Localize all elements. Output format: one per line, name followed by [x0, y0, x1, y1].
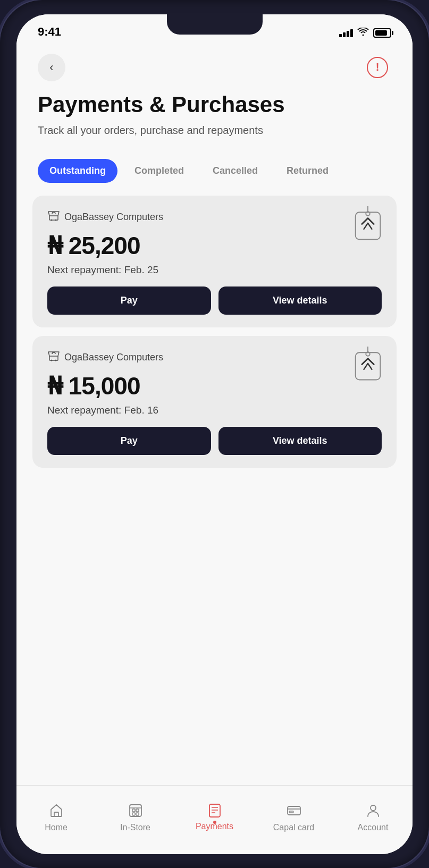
filter-tabs: Outstanding Completed Cancelled Returned — [16, 154, 413, 196]
svg-point-3 — [51, 219, 53, 221]
page-title: Payments & Purchases — [38, 92, 391, 117]
nav-item-home[interactable]: Home — [32, 802, 80, 832]
nav-label-account: Account — [358, 823, 389, 832]
tab-outstanding[interactable]: Outstanding — [38, 159, 117, 183]
account-icon — [364, 802, 382, 820]
tab-cancelled[interactable]: Cancelled — [201, 159, 270, 183]
tab-returned[interactable]: Returned — [275, 159, 340, 183]
payment-amount-1: ₦ 25,200 — [47, 231, 382, 260]
merchant-icon-2 — [47, 351, 60, 364]
svg-rect-21 — [288, 806, 300, 815]
payment-amount-2: ₦ 15,000 — [47, 372, 382, 400]
merchant-info-1: OgaBassey Computers — [47, 210, 382, 224]
pay-button-2[interactable]: Pay — [47, 427, 211, 455]
payment-card-2: OgaBassey Computers ₦ 15,000 Next repaym… — [32, 336, 397, 468]
alert-button[interactable]: ! — [364, 54, 391, 81]
nav-item-instore[interactable]: In-Store — [112, 802, 159, 832]
svg-point-8 — [51, 359, 53, 361]
page-subtitle: Track all your orders, purchase and repa… — [38, 123, 391, 138]
svg-rect-11 — [130, 805, 141, 816]
status-time: 9:41 — [38, 25, 61, 39]
nav-item-payments[interactable]: Payments — [191, 803, 239, 831]
payments-active-dot — [213, 821, 216, 824]
card-actions-1: Pay View details — [47, 286, 382, 315]
alert-icon: ! — [367, 57, 388, 78]
svg-rect-1 — [356, 212, 381, 239]
view-details-button-1[interactable]: View details — [218, 286, 382, 315]
main-content: ‹ ! Payments & Purchases Track all your … — [16, 43, 413, 785]
svg-rect-10 — [54, 812, 58, 816]
tab-completed[interactable]: Completed — [123, 159, 196, 183]
svg-rect-6 — [356, 352, 381, 380]
home-icon — [47, 802, 65, 820]
wifi-icon — [357, 28, 369, 39]
svg-rect-14 — [132, 813, 135, 815]
view-details-button-2[interactable]: View details — [218, 427, 382, 455]
nav-item-capalcard[interactable]: Capal card — [270, 802, 318, 832]
svg-rect-12 — [132, 809, 135, 812]
svg-rect-17 — [209, 804, 220, 817]
merchant-name-1: OgaBassey Computers — [64, 212, 163, 223]
signal-bars-icon — [339, 29, 353, 37]
payment-card-1: OgaBassey Computers ₦ 25,200 Next repaym… — [32, 196, 397, 327]
phone-screen: 9:41 — [16, 14, 413, 854]
top-navigation: ‹ ! — [16, 43, 413, 87]
nav-label-capalcard: Capal card — [273, 823, 314, 832]
merchant-info-2: OgaBassey Computers — [47, 351, 382, 364]
next-repayment-2: Next repayment: Feb. 16 — [47, 404, 382, 416]
bottom-navigation: Home In-Store — [16, 785, 413, 854]
back-button[interactable]: ‹ — [38, 54, 65, 81]
phone-shell: 9:41 — [0, 0, 429, 868]
svg-rect-13 — [136, 809, 139, 812]
pay-button-1[interactable]: Pay — [47, 286, 211, 315]
nav-item-account[interactable]: Account — [349, 802, 397, 832]
next-repayment-1: Next repayment: Feb. 25 — [47, 264, 382, 276]
merchant-icon-1 — [47, 210, 60, 224]
card-actions-2: Pay View details — [47, 427, 382, 455]
payment-cards-list: OgaBassey Computers ₦ 25,200 Next repaym… — [16, 196, 413, 490]
svg-point-9 — [55, 359, 57, 361]
notch — [167, 14, 263, 35]
payments-icon-wrapper — [207, 803, 223, 819]
svg-rect-23 — [289, 811, 293, 813]
nav-label-instore: In-Store — [120, 823, 150, 832]
product-tag-icon — [352, 206, 384, 243]
product-tag-icon-2 — [352, 347, 384, 384]
svg-point-4 — [55, 219, 57, 221]
status-icons — [339, 28, 391, 39]
nav-label-home: Home — [45, 823, 68, 832]
battery-icon — [373, 28, 391, 38]
card-icon — [285, 802, 303, 820]
svg-point-24 — [371, 805, 376, 811]
store-icon — [127, 802, 145, 820]
page-header: Payments & Purchases Track all your orde… — [16, 87, 413, 154]
merchant-name-2: OgaBassey Computers — [64, 352, 163, 363]
svg-rect-15 — [136, 813, 139, 815]
